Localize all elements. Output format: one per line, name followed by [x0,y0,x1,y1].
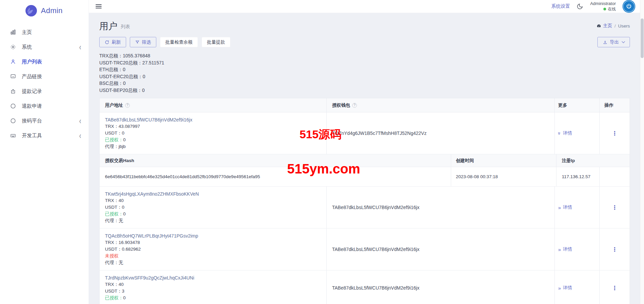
chevron-left-icon: ‹ [79,116,81,125]
auth-wallet-cell: TQZnYd4g6JW1B5c7TfMshH8TJ52Ng422Vz [326,112,554,154]
sidebar: Admin 主页 系统 ‹ 用户列表 [0,0,89,304]
chevron-left-icon: ‹ [79,43,81,51]
sidebar-item-label: 用户列表 [22,59,42,65]
detail-toggle[interactable]: » 详情 [554,187,599,228]
gear-icon [9,44,17,50]
help-icon[interactable]: ? [125,103,130,108]
user-status: 在线 [590,7,616,12]
bar-chart-icon [9,29,17,35]
logout-avatar-button[interactable] [623,0,635,13]
system-settings-link[interactable]: 系统设置 [551,3,570,9]
download-icon [603,40,607,45]
authorized-badge: 已授权： [105,295,123,300]
row-actions-menu-button[interactable]: ⋮ [612,246,618,253]
auth-wallet-cell: TABe87dkLbsL5fWCU7B6jnVdM2ef9i16jx [326,187,554,228]
authorized-badge: 已授权： [105,137,123,142]
user-address-link[interactable]: TQAcBh5oHQ7WLrPLBqrJHyt471PGsv2imp [105,233,321,239]
main-area: 系统设置 Administrator 在线 用户 [89,0,644,304]
authorized-badge: 已授权： [105,211,123,216]
app-title: Admin [41,6,63,15]
scrollbar-thumb[interactable] [641,18,644,58]
col-more: 更多 [558,102,567,108]
logo[interactable]: Admin [0,0,89,21]
created-time: 2023-08-08 00:37:18 [456,174,498,179]
col-auth-wallet: 授权钱包 [332,102,350,108]
sidebar-item-product-links[interactable]: 产品链接 [0,69,89,84]
sidebar-item-label: 系统 [22,44,32,50]
col-action: 操作 [604,102,613,108]
detail-toggle-expanded[interactable]: » 详情 [554,112,599,154]
chevron-left-icon: ‹ [79,131,81,140]
refresh-button[interactable]: 刷新 [99,37,126,47]
stat-line: USDT-ERC20总额：0 [99,73,630,80]
sidebar-item-label: 主页 [22,29,32,36]
breadcrumb: 主页 / Users [596,23,630,31]
dashboard-icon [596,23,601,29]
col-created-time: 创建时间 [456,158,474,164]
user-address-link[interactable]: TKwt5rj4sHgqLXAym8no2ZHMXFbsoKKVeN [105,191,321,197]
toolbar: 刷新 筛选 批量检查余额 批量提款 导出 [99,37,630,47]
batch-check-balance-button[interactable]: 批量检查余额 [160,37,198,47]
upload-icon [9,88,17,94]
scrollbar-track [640,0,644,304]
dark-mode-toggle[interactable] [577,3,583,10]
keyboard-icon [9,133,17,139]
monitor-icon [9,73,17,80]
sidebar-item-system[interactable]: 系统 ‹ [0,40,89,54]
stat-line: ETH总额：0 [99,66,630,73]
users-table: 用户地址? 授权钱包? 更多 操作 TABe87dkLbsL5fWCU7B6jn… [99,98,630,304]
double-chevron-down-icon: » [557,132,562,135]
detail-toggle[interactable]: » 详情 [554,270,599,304]
page-content: 用户 列表 主页 / Users 刷新 筛选 [89,13,644,304]
row-actions-menu-button[interactable]: ⋮ [612,285,618,292]
sidebar-item-sms-platform[interactable]: 接码平台 ‹ [0,113,89,128]
chevron-down-icon [622,40,625,43]
online-dot [603,8,606,10]
circle-icon [9,118,17,124]
stat-line: USDT-BEP20总额：0 [99,87,630,94]
auth-wallet-cell: TABe87dkLbsL5fWCU7B6jnVdM2ef9i16jx [326,270,554,304]
totals-summary: TRX总额：1055.376848 USDT-TRC20总额：27.511571… [99,52,630,94]
sidebar-item-home[interactable]: 主页 [0,25,89,40]
sidebar-item-withdraw-records[interactable]: 提款记录 [0,84,89,99]
auth-wallet-cell: TABe87dkLbsL5fWCU7B6jnVdM2ef9i16jx [326,229,554,270]
row-actions-menu-button[interactable]: ⋮ [612,130,618,137]
table-row: TJrdNpzbKvwSFF9u2gQcZjwLhqCxJi4UNi TRX：4… [100,270,630,304]
sidebar-item-user-list[interactable]: 用户列表 [0,54,89,69]
expanded-detail-header: 授权交易Hash 创建时间 注册Ip [100,154,630,167]
sidebar-item-label: 接码平台 [22,118,42,124]
moon-icon [577,3,583,10]
auth-tx-hash: 6e6456b43f11bebbfc46e325d4e01cc4de81dd52… [105,174,260,179]
sidebar-item-dev-tools[interactable]: 开发工具 ‹ [0,128,89,143]
app-window: Admin 主页 系统 ‹ 用户列表 [0,0,644,304]
sidebar-nav: 主页 系统 ‹ 用户列表 产品链接 [0,21,89,143]
table-header-row: 用户地址? 授权钱包? 更多 操作 [100,98,630,112]
col-register-ip: 注册Ip [562,158,575,164]
page-title: 用户 [99,22,117,31]
top-bar: 系统设置 Administrator 在线 [89,0,644,13]
filter-icon [135,40,140,44]
user-address-link[interactable]: TABe87dkLbsL5fWCU7B6jnVdM2ef9i16jx [105,116,321,123]
row-actions-menu-button[interactable]: ⋮ [612,204,618,211]
detail-toggle[interactable]: » 详情 [554,229,599,270]
refresh-icon [105,40,109,45]
col-auth-hash: 授权交易Hash [105,158,134,163]
sidebar-item-refund-requests[interactable]: 退款申请 [0,99,89,113]
table-row: TABe87dkLbsL5fWCU7B6jnVdM2ef9i16jx TRX：4… [100,112,630,154]
help-icon[interactable]: ? [352,103,357,108]
double-chevron-right-icon: » [558,247,561,252]
breadcrumb-home[interactable]: 主页 [596,23,612,29]
unauthorized-badge: 未授权 [105,253,119,258]
watermark-text: 515ym.com [287,161,360,176]
export-button[interactable]: 导出 [597,37,630,47]
person-icon [9,59,17,65]
circle-icon [9,103,17,109]
sidebar-item-label: 产品链接 [22,73,42,80]
batch-withdraw-button[interactable]: 批量提款 [202,37,230,47]
power-icon [626,3,632,10]
menu-toggle-icon[interactable] [96,3,102,9]
user-address-link[interactable]: TJrdNpzbKvwSFF9u2gQcZjwLhqCxJi4UNi [105,274,321,281]
filter-button[interactable]: 筛选 [130,37,156,47]
breadcrumb-current: Users [618,23,630,29]
double-chevron-right-icon: » [558,205,561,210]
